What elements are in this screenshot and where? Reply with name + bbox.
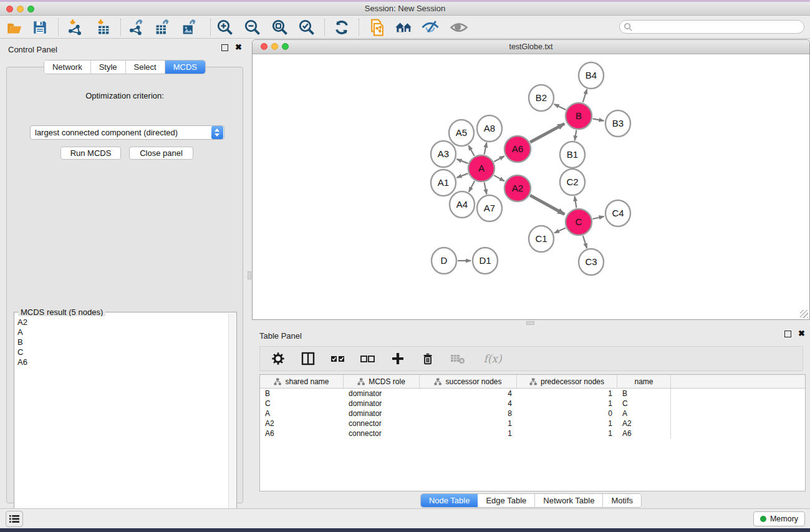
horizontal-splitter[interactable]: [252, 321, 810, 326]
memory-button[interactable]: Memory: [753, 511, 805, 526]
graph-edge[interactable]: [575, 196, 577, 208]
graph-node[interactable]: B: [566, 103, 592, 129]
graph-edge[interactable]: [494, 175, 504, 181]
graph-edge[interactable]: [583, 89, 587, 102]
function-builder-button[interactable]: f(x): [480, 351, 506, 367]
splitter-thumb[interactable]: [248, 271, 251, 279]
tab-mcds[interactable]: MCDS: [165, 60, 205, 74]
add-column-button[interactable]: [390, 351, 406, 367]
graph-edge[interactable]: [554, 228, 566, 233]
graph-node[interactable]: A5: [449, 120, 474, 146]
result-item[interactable]: A: [17, 327, 228, 337]
column-header-successor-nodes[interactable]: successor nodes: [420, 375, 517, 388]
import-network-button[interactable]: [65, 18, 84, 37]
graph-edge[interactable]: [457, 159, 468, 163]
graph-node[interactable]: C1: [529, 226, 554, 252]
cell-shared-name[interactable]: C: [260, 399, 344, 409]
graph-node[interactable]: B2: [529, 85, 554, 111]
network-graph[interactable]: AA1A2A3A4A5A6A7A8BB1B2B3B4CC1C2C3C4DD1: [253, 55, 809, 319]
result-item[interactable]: A6: [17, 357, 228, 367]
cell-name[interactable]: A2: [617, 418, 671, 428]
column-header-name[interactable]: name: [617, 375, 671, 388]
cell-shared-name[interactable]: B: [260, 389, 344, 399]
tab-motifs[interactable]: Motifs: [603, 494, 641, 507]
graph-edge[interactable]: [485, 143, 487, 155]
cell-successor-nodes[interactable]: 4: [420, 389, 517, 399]
graph-node[interactable]: B1: [560, 142, 585, 168]
graph-node[interactable]: A6: [504, 136, 531, 162]
tab-edge-table[interactable]: Edge Table: [478, 494, 535, 507]
table-row[interactable]: B dominator 4 1 B: [260, 389, 805, 399]
table-settings-button[interactable]: [270, 351, 286, 367]
table-row[interactable]: A2 connector 1 1 A2: [260, 418, 805, 428]
zoom-out-button[interactable]: [243, 18, 262, 37]
graph-node[interactable]: A1: [431, 170, 456, 196]
export-network-button[interactable]: [127, 18, 145, 37]
cell-mcds-role[interactable]: dominator: [344, 409, 420, 418]
cell-shared-name[interactable]: A: [260, 409, 344, 418]
graph-edge[interactable]: [530, 195, 564, 214]
cell-successor-nodes[interactable]: 8: [420, 409, 517, 418]
tab-network[interactable]: Network: [44, 60, 91, 74]
search-input[interactable]: [633, 21, 804, 32]
export-image-button[interactable]: [180, 18, 198, 37]
graph-node[interactable]: C3: [579, 249, 604, 275]
cell-predecessor-nodes[interactable]: 1: [517, 399, 617, 409]
graph-edge[interactable]: [554, 104, 566, 110]
tab-style[interactable]: Style: [91, 60, 126, 74]
column-header-shared-name[interactable]: shared name: [260, 375, 344, 388]
column-visibility-button[interactable]: [300, 351, 316, 367]
graph-node[interactable]: B4: [579, 62, 604, 89]
column-header-mcds-role[interactable]: MCDS role: [344, 375, 420, 388]
network-window-titlebar[interactable]: testGlobe.txt: [253, 40, 809, 54]
refresh-view-button[interactable]: [332, 18, 351, 37]
table-row[interactable]: A6 connector 1 1 A6: [260, 428, 805, 438]
duplicate-network-button[interactable]: [368, 18, 387, 37]
cell-mcds-role[interactable]: dominator: [344, 399, 420, 409]
zoom-fit-button[interactable]: [271, 18, 289, 37]
graph-edge[interactable]: [485, 183, 487, 195]
graph-edge[interactable]: [469, 181, 475, 191]
result-item[interactable]: B: [17, 337, 228, 347]
cell-name[interactable]: A: [617, 409, 671, 418]
graph-node[interactable]: A: [468, 155, 494, 181]
tab-node-table[interactable]: Node Table: [421, 494, 478, 507]
graph-node[interactable]: D: [432, 248, 456, 274]
close-panel-icon[interactable]: ✖: [798, 329, 805, 338]
zoom-selected-button[interactable]: [297, 18, 316, 37]
task-history-button[interactable]: [6, 511, 23, 527]
delete-column-button[interactable]: [420, 351, 436, 367]
run-mcds-button[interactable]: Run MCDS: [60, 147, 121, 160]
cell-predecessor-nodes[interactable]: 1: [517, 389, 617, 399]
graph-edge[interactable]: [494, 156, 504, 162]
zoom-in-button[interactable]: [216, 18, 234, 37]
cell-mcds-role[interactable]: connector: [344, 418, 420, 428]
float-panel-icon[interactable]: [784, 331, 791, 337]
float-panel-icon[interactable]: [221, 44, 228, 51]
result-scrollbar[interactable]: [228, 313, 236, 523]
export-table-button[interactable]: [153, 18, 171, 37]
graph-node[interactable]: A2: [504, 175, 531, 201]
select-all-button[interactable]: [330, 351, 346, 367]
graph-node[interactable]: A3: [431, 141, 456, 167]
graph-node[interactable]: A8: [477, 115, 502, 142]
network-canvas[interactable]: AA1A2A3A4A5A6A7A8BB1B2B3B4CC1C2C3C4DD1: [253, 55, 809, 319]
deselect-all-button[interactable]: [360, 351, 376, 367]
save-session-button[interactable]: [31, 18, 49, 37]
cell-shared-name[interactable]: A2: [260, 418, 344, 428]
close-panel-button[interactable]: Close panel: [129, 147, 193, 160]
graph-node[interactable]: D1: [473, 248, 498, 274]
graph-node[interactable]: B3: [605, 110, 630, 137]
graph-node[interactable]: C4: [605, 200, 630, 226]
graph-edge[interactable]: [583, 236, 587, 248]
cell-predecessor-nodes[interactable]: 1: [517, 418, 617, 428]
splitter-thumb[interactable]: [526, 321, 534, 325]
criterion-dropdown[interactable]: largest connected component (directed): [30, 125, 224, 140]
search-box[interactable]: [619, 20, 804, 34]
cell-predecessor-nodes[interactable]: 1: [517, 428, 617, 438]
show-panel-button[interactable]: [450, 18, 468, 37]
graph-edge[interactable]: [530, 123, 564, 142]
graph-node[interactable]: A7: [477, 195, 502, 221]
vertical-splitter[interactable]: [247, 40, 252, 507]
graph-node[interactable]: A4: [450, 191, 475, 218]
